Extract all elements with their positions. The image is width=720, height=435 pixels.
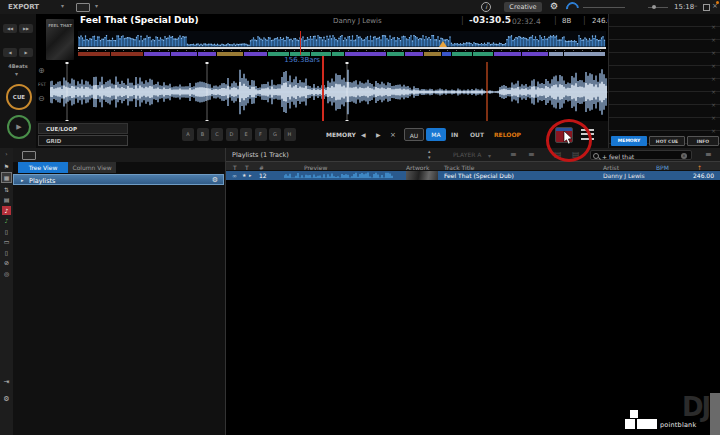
played-arrow-icon: ▸ [249, 172, 252, 178]
track-preview-waveform[interactable] [284, 172, 394, 179]
list-view-icon[interactable]: ≡ [510, 150, 517, 159]
tab-column-view[interactable]: Column View [68, 162, 116, 173]
tab-memory[interactable]: MEMORY [611, 136, 647, 146]
expand-arrow-icon[interactable]: ▸ [21, 177, 24, 183]
zoom-in-icon[interactable]: ⊕ [38, 66, 45, 75]
rail-hot-cue-bank-icon[interactable]: ◎ [2, 269, 11, 278]
memory-cue-row[interactable]: × [609, 105, 720, 118]
phrase-segment [244, 52, 267, 56]
hot-cue-b[interactable]: B [197, 128, 209, 141]
reloop-button[interactable]: RELOOP [494, 131, 521, 138]
track-previous-button[interactable]: ◀◀ [3, 24, 17, 33]
memory-cue-row[interactable]: × [609, 92, 720, 105]
search-box[interactable]: + feel that × [590, 150, 692, 160]
zoom-out-icon[interactable]: ⊖ [38, 94, 45, 103]
memory-cue-row[interactable]: × [609, 66, 720, 79]
rail-sync-icon[interactable]: ⇅ [2, 185, 11, 194]
export-mode-selector[interactable]: EXPORT [8, 3, 39, 11]
deck-artwork: FEEL THAT [46, 19, 74, 60]
loop-in-button[interactable]: IN [451, 131, 458, 138]
rail-computer-icon[interactable]: ▭ [2, 237, 11, 246]
col-artist[interactable]: Artist [603, 164, 619, 171]
memory-cue-row[interactable]: × [609, 14, 720, 27]
track-overview-waveform[interactable] [78, 31, 606, 48]
search-clear-icon[interactable]: × [681, 153, 687, 159]
browser-display-icon[interactable] [22, 151, 36, 160]
tab-grid[interactable]: GRID [38, 135, 128, 146]
rail-mobile-icon[interactable]: ▯ [2, 248, 11, 257]
col-tag1[interactable]: T [233, 164, 237, 171]
col-tag2[interactable]: T [245, 164, 249, 171]
search-input[interactable]: + feel that [602, 153, 634, 160]
rail-usb-device-icon[interactable]: ▯ [2, 227, 11, 236]
memory-cue-row[interactable]: × [609, 27, 720, 40]
loop-out-button[interactable]: OUT [470, 131, 484, 138]
sort-ascending-icon[interactable]: ↑ [697, 164, 702, 171]
rail-bookmark-icon[interactable]: ⚑ [2, 162, 11, 171]
col-bpm[interactable]: BPM [656, 164, 669, 171]
hot-cue-c[interactable]: C [211, 128, 223, 141]
volume-slider[interactable] [583, 7, 625, 8]
play-button[interactable]: ▶ [7, 115, 31, 139]
cue-button[interactable]: CUE [6, 84, 32, 110]
tab-cue-loop[interactable]: CUE/LOOP [38, 123, 128, 134]
col-artwork[interactable]: Artwork [406, 164, 429, 171]
loop-auto-button[interactable]: AU [404, 128, 424, 141]
hot-cue-d[interactable]: D [226, 128, 238, 141]
memory-delete-button[interactable]: × [390, 131, 396, 139]
creative-button[interactable]: Creative [504, 2, 542, 12]
rail-settings-icon[interactable]: ⚙ [2, 395, 11, 404]
tab-tree-view[interactable]: Tree View [18, 162, 68, 173]
hot-cue-e[interactable]: E [240, 128, 252, 141]
search-back-button[interactable]: ◀ [3, 48, 17, 57]
rail-explorer-icon[interactable]: ▤ [2, 195, 11, 204]
spinner-icon[interactable]: ▴▾ [428, 148, 431, 160]
memory-cue-row[interactable]: × [609, 40, 720, 53]
rail-itunes-icon[interactable]: ♪ [2, 206, 11, 215]
playlist-gear-icon[interactable]: ⚙ [212, 176, 218, 184]
hot-cue-g[interactable]: G [269, 128, 281, 141]
info-icon[interactable]: i [481, 2, 491, 12]
rail-rekordbox-xml-icon[interactable]: ♪ [2, 216, 11, 225]
tree-item-playlists[interactable]: ▸ Playlists ⚙ [13, 174, 224, 185]
display-layout-icon[interactable] [76, 3, 90, 12]
tab-hot-cue[interactable]: HOT CUE [649, 136, 685, 146]
mode-chevron-icon[interactable]: ▾ [61, 2, 64, 9]
beat-jump-selector[interactable]: 4Beats [0, 63, 36, 69]
memory-cue-row[interactable]: × [609, 53, 720, 66]
crossfader-slider[interactable] [648, 7, 668, 8]
hot-cue-h[interactable]: H [284, 128, 296, 141]
player-chevron-icon[interactable]: ▾ [488, 152, 491, 159]
hot-cue-a[interactable]: A [182, 128, 194, 141]
menu-icon[interactable]: ≡ [705, 150, 712, 159]
detail-view-icon[interactable]: ≡ [528, 150, 535, 159]
rail-collection-icon[interactable]: ▦ [1, 172, 12, 183]
player-selector[interactable]: PLAYER A [453, 151, 481, 158]
slider-handle[interactable] [652, 5, 656, 9]
rail-collapse-icon[interactable]: › [0, 148, 13, 160]
memory-next-button[interactable]: ▶ [376, 131, 381, 138]
hot-cue-f[interactable]: F [255, 128, 267, 141]
minimize-button[interactable]: – [694, 2, 698, 10]
memory-cue-row[interactable]: × [609, 118, 720, 131]
phrase-segment [424, 52, 441, 56]
loop-manual-button[interactable]: MA [426, 128, 446, 141]
layout-chevron-icon[interactable]: ▾ [95, 2, 98, 9]
tab-info[interactable]: INFO [687, 136, 719, 146]
col-track-title[interactable]: Track Title [444, 164, 474, 171]
rail-history-icon[interactable]: ⊘ [2, 258, 11, 267]
beat-jump-chevron-icon[interactable]: ▾ [15, 70, 18, 77]
col-preview[interactable]: Preview [304, 164, 327, 171]
restore-button[interactable] [703, 4, 710, 11]
phrase-analysis-strip[interactable] [78, 52, 606, 56]
divider: | [583, 16, 586, 25]
settings-gear-icon[interactable]: ⚙ [550, 1, 558, 11]
track-row[interactable]: ∞ ★ ▸ 12 Feel That (Special Dub) Danny J… [226, 171, 720, 180]
memory-prev-button[interactable]: ◀ [361, 131, 366, 138]
rail-import-icon[interactable]: ⇥ [2, 378, 11, 387]
waveform-display[interactable] [50, 62, 608, 122]
track-next-button[interactable]: ▶▶ [19, 24, 33, 33]
col-number[interactable]: # [259, 164, 264, 171]
search-forward-button[interactable]: ▶ [19, 48, 33, 57]
memory-cue-row[interactable]: × [609, 79, 720, 92]
